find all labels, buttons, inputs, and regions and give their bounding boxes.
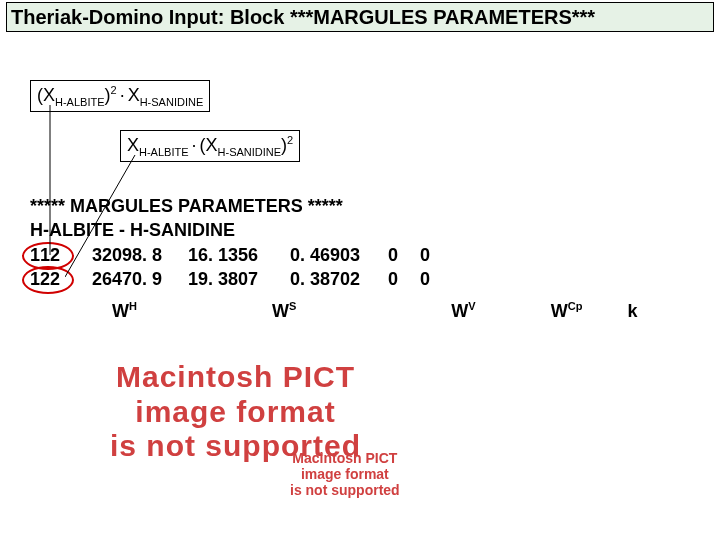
row-v0a: 0 bbox=[388, 267, 420, 291]
row-v0b: 0 bbox=[420, 267, 460, 291]
row-v3: 0. 46903 bbox=[290, 243, 388, 267]
row-ws: 16. 1356 bbox=[188, 243, 290, 267]
pointer-line-2 bbox=[65, 155, 145, 280]
row-ws: 19. 3807 bbox=[188, 267, 290, 291]
pict-line: image format bbox=[290, 466, 400, 482]
row-v0a: 0 bbox=[388, 243, 420, 267]
column-labels: WH WS WV WCp k bbox=[30, 300, 637, 322]
row-v3: 0. 38702 bbox=[290, 267, 388, 291]
label-wh: WH bbox=[112, 300, 137, 322]
pict-line: is not supported bbox=[290, 482, 400, 498]
pict-not-supported-large: Macintosh PICT image format is not suppo… bbox=[110, 360, 361, 464]
svg-line-1 bbox=[65, 155, 135, 277]
label-wv: WV bbox=[451, 300, 475, 322]
slide-title: Theriak-Domino Input: Block ***MARGULES … bbox=[6, 2, 714, 32]
pict-line: Macintosh PICT bbox=[110, 360, 361, 395]
label-k: k bbox=[627, 301, 637, 322]
pict-line: Macintosh PICT bbox=[290, 450, 400, 466]
row-v0b: 0 bbox=[420, 243, 460, 267]
label-wcp: WCp bbox=[551, 300, 583, 322]
pict-not-supported-small: Macintosh PICT image format is not suppo… bbox=[290, 450, 400, 498]
formula-2: XH-ALBITE·(XH-SANIDINE)2 bbox=[120, 130, 300, 162]
label-ws: WS bbox=[272, 300, 296, 322]
formula-2-text: XH-ALBITE·(XH-SANIDINE)2 bbox=[127, 134, 293, 158]
pict-line: image format bbox=[110, 395, 361, 430]
